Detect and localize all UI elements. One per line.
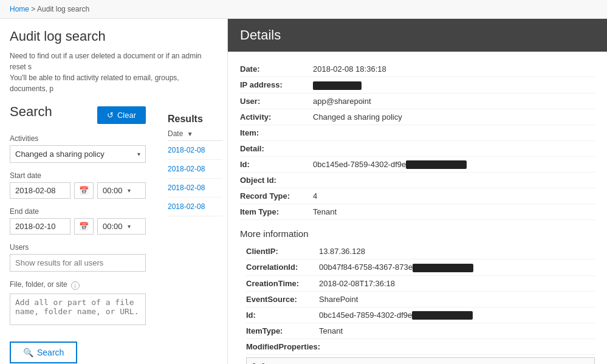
users-input[interactable]	[10, 254, 146, 272]
file-label: File, folder, or site	[10, 280, 67, 289]
more-info-fields: ClientIP:13.87.36.128CorrelationId:00b47…	[246, 244, 595, 355]
detail-label: User:	[240, 97, 313, 106]
start-date-label: Start date	[10, 171, 146, 180]
table-row[interactable]: 2018-02-08	[168, 141, 222, 160]
more-info-title: More information	[240, 228, 595, 239]
detail-row: Item Type:Tenant	[240, 204, 595, 220]
activities-label: Activities	[10, 134, 146, 143]
end-date-calendar-button[interactable]: 📅	[74, 218, 94, 235]
details-body: Date:2018-02-08 18:36:18IP address:User:…	[228, 52, 607, 364]
table-row[interactable]: 2018-02-08	[168, 197, 222, 216]
details-header: Details	[228, 19, 607, 52]
sort-icon: ▼	[187, 131, 193, 137]
detail-label: Item Type:	[240, 207, 313, 216]
detail-value: 13.87.36.128	[319, 247, 595, 256]
detail-row: IP address:	[240, 77, 595, 94]
file-input[interactable]	[10, 294, 146, 325]
breadcrumb-separator: >	[31, 5, 37, 13]
redacted-value	[412, 311, 473, 320]
detail-row: ModifiedProperties:	[246, 339, 595, 355]
detail-label: Detail:	[240, 144, 313, 153]
clear-button[interactable]: ↺ Clear	[97, 106, 146, 124]
page-title: Audit log search	[10, 29, 218, 44]
file-field: File, folder, or site i	[10, 280, 146, 327]
detail-row: Item:	[240, 125, 595, 141]
detail-label: ItemType:	[246, 326, 319, 335]
detail-row: Detail:	[240, 141, 595, 157]
detail-label: Date:	[240, 64, 313, 74]
detail-label: Record Type:	[240, 191, 313, 201]
search-title: Search	[10, 104, 52, 120]
detail-label: ModifiedProperties:	[246, 342, 319, 351]
end-time-select[interactable]: 00:00 ▾	[97, 218, 146, 235]
page-description: Need to find out if a user deleted a doc…	[10, 50, 218, 94]
activities-field: Activities Changed a sharing policy ▾	[10, 134, 146, 163]
breadcrumb: Home > Audit log search	[0, 0, 607, 19]
json-box: [ {	[246, 357, 595, 364]
detail-row: Date:2018-02-08 18:36:18	[240, 61, 595, 77]
calendar-icon: 📅	[79, 186, 89, 195]
search-button[interactable]: 🔍 Search	[10, 342, 77, 363]
detail-row: User:app@sharepoint	[240, 94, 595, 109]
start-date-input[interactable]	[10, 182, 70, 199]
users-label: Users	[10, 243, 146, 252]
detail-label: CreationTime:	[246, 279, 319, 288]
end-date-field: End date 📅 00:00 ▾	[10, 207, 146, 235]
detail-value: 2018-02-08T17:36:18	[319, 279, 595, 288]
detail-value: app@sharepoint	[313, 97, 595, 106]
detail-row: Object Id:	[240, 173, 595, 188]
detail-label: Activity:	[240, 112, 313, 122]
detail-row: ItemType:Tenant	[246, 323, 595, 339]
detail-fields: Date:2018-02-08 18:36:18IP address:User:…	[240, 61, 595, 220]
more-info-section: ClientIP:13.87.36.128CorrelationId:00b47…	[240, 244, 595, 364]
detail-label: EventSource:	[246, 295, 319, 304]
end-date-label: End date	[10, 207, 146, 216]
detail-label: Object Id:	[240, 176, 313, 185]
calendar-icon-end: 📅	[79, 222, 89, 231]
detail-label: Id:	[240, 160, 313, 169]
details-panel: Details Date:2018-02-08 18:36:18IP addre…	[228, 19, 607, 364]
detail-value: Tenant	[319, 326, 595, 335]
detail-row: Id:0bc145ed-7859-4302-df9e	[240, 157, 595, 173]
breadcrumb-current: Audit log search	[37, 5, 89, 13]
start-date-field: Start date 📅 00:00 ▾	[10, 171, 146, 199]
detail-row: ClientIP:13.87.36.128	[246, 244, 595, 259]
detail-row: EventSource:SharePoint	[246, 292, 595, 307]
results-list: 2018-02-082018-02-082018-02-082018-02-08	[168, 141, 222, 216]
table-row[interactable]: 2018-02-08	[168, 160, 222, 179]
detail-value: SharePoint	[319, 295, 595, 304]
clear-icon: ↺	[107, 111, 114, 120]
breadcrumb-home[interactable]: Home	[10, 5, 29, 13]
activities-select[interactable]: Changed a sharing policy ▾	[10, 145, 146, 163]
detail-value: 2018-02-08 18:36:18	[313, 64, 595, 74]
table-row[interactable]: 2018-02-08	[168, 179, 222, 197]
activities-chevron-icon: ▾	[137, 151, 140, 157]
detail-value	[313, 80, 595, 90]
detail-label: ClientIP:	[246, 247, 319, 256]
detail-value: Changed a sharing policy	[313, 112, 595, 122]
detail-value: Tenant	[313, 207, 595, 216]
start-time-select[interactable]: 00:00 ▾	[97, 182, 146, 199]
end-date-input[interactable]	[10, 218, 70, 235]
redacted-value	[406, 160, 467, 169]
detail-value: 4	[313, 191, 595, 201]
results-title: Results	[168, 104, 222, 129]
left-panel: Audit log search Need to find out if a u…	[0, 19, 228, 364]
detail-label: Item:	[240, 128, 313, 137]
detail-value: 0bc145ed-7859-4302-df9e	[313, 160, 595, 170]
redacted-value	[413, 264, 473, 272]
start-date-calendar-button[interactable]: 📅	[74, 182, 94, 199]
detail-row: Record Type:4	[240, 188, 595, 204]
search-panel: Search ↺ Clear Activities Changed a shar…	[10, 104, 146, 363]
detail-label: Id:	[246, 311, 319, 320]
start-time-chevron-icon: ▾	[128, 187, 131, 194]
info-icon[interactable]: i	[71, 281, 80, 290]
detail-row: Activity:Changed a sharing policy	[240, 109, 595, 125]
search-icon: 🔍	[23, 348, 33, 357]
detail-value: 0bc145ed-7859-4302-df9e	[319, 311, 595, 320]
date-column-header[interactable]: Date ▼	[168, 129, 222, 138]
detail-row: Id:0bc145ed-7859-4302-df9e	[246, 307, 595, 324]
users-field: Users	[10, 243, 146, 272]
end-time-chevron-icon: ▾	[128, 223, 131, 230]
detail-row: CorrelationId:00b47f84-6758-4367-873e	[246, 259, 595, 276]
